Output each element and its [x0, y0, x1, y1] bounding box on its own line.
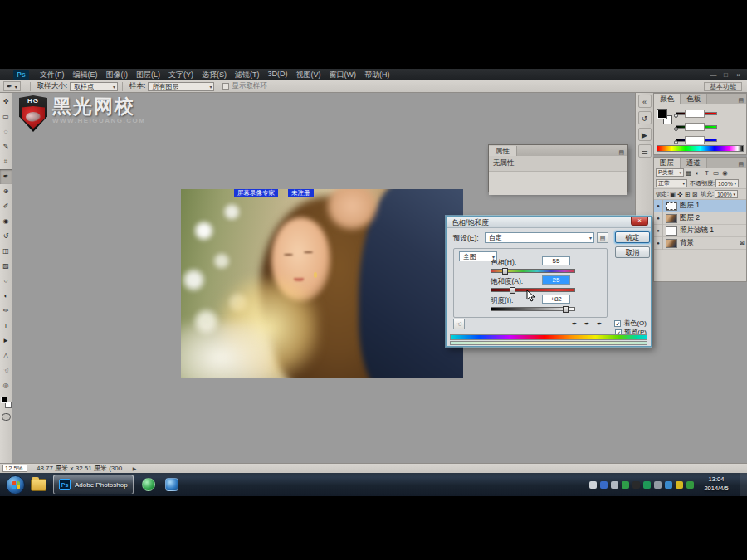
gradient-tool[interactable]: ▨	[0, 259, 12, 274]
tray-gray-app-icon[interactable]	[611, 481, 618, 489]
pen-tool[interactable]: ✑	[0, 304, 12, 319]
hue-slider[interactable]	[491, 269, 575, 273]
show-desktop-button[interactable]	[740, 473, 747, 496]
blue-slider-knob[interactable]	[674, 140, 678, 144]
tray-av-icon[interactable]	[686, 481, 694, 489]
eyedropper-add-icon[interactable]: ✒	[582, 320, 592, 329]
filter-adjustment-layers-icon[interactable]: ◐	[693, 169, 702, 177]
layer-filter-dropdown[interactable]: P类型 ▾	[656, 168, 684, 177]
lightness-slider-knob[interactable]	[563, 306, 569, 313]
workspace-switcher[interactable]: 基本功能	[704, 82, 742, 91]
menu-item[interactable]: 选择(S)	[198, 70, 231, 80]
ok-button[interactable]: 确定	[615, 231, 650, 243]
notes-panel-icon[interactable]: ☰	[638, 144, 652, 158]
lock-pixels-icon[interactable]: ✜	[676, 191, 684, 198]
foreground-background-swatches[interactable]	[657, 110, 672, 124]
preset-options-button[interactable]: ▤	[597, 232, 608, 243]
menu-item[interactable]: 视图(V)	[292, 70, 325, 80]
menu-item[interactable]: 帮助(H)	[360, 70, 394, 80]
fill-dropdown[interactable]: 100% ▾	[715, 190, 738, 198]
photoshop-task-button[interactable]: Ps Adobe Photoshop	[53, 475, 134, 494]
checkbox[interactable]	[222, 83, 229, 90]
layer-thumbnail[interactable]	[666, 214, 677, 223]
visibility-eye-icon[interactable]: ●	[654, 225, 663, 237]
tool-preset-picker[interactable]: ✒ ▾	[3, 81, 21, 91]
green-app-taskbar-icon[interactable]	[142, 478, 155, 491]
show-sampling-ring-option[interactable]: 显示取样环	[222, 81, 267, 91]
red-value-field[interactable]	[685, 110, 705, 118]
blur-tool[interactable]: ○	[0, 274, 12, 289]
explorer-taskbar-icon[interactable]	[31, 479, 46, 491]
colorize-checkbox[interactable]: ✓	[614, 320, 621, 327]
照片滤镜 1[interactable]: ● 照片滤镜 1 ⊠	[654, 225, 746, 237]
on-image-adjustment-tool[interactable]: ☜	[453, 319, 465, 329]
sample-size-dropdown[interactable]: 取样点 ▾	[70, 82, 118, 91]
tab-channels[interactable]: 通道	[681, 158, 707, 168]
visibility-eye-icon[interactable]: ●	[654, 200, 663, 212]
blue-value-field[interactable]	[685, 136, 705, 144]
tray-blue-app-icon[interactable]	[600, 481, 608, 489]
eyedropper-tool[interactable]: ✒	[0, 169, 12, 184]
history-brush-tool[interactable]: ↺	[0, 229, 12, 244]
hue-slider-knob[interactable]	[502, 268, 508, 275]
green-value-field[interactable]	[685, 123, 705, 131]
quick-selection-tool[interactable]: ✎	[0, 139, 12, 154]
color-spectrum-ramp[interactable]	[657, 145, 744, 152]
panel-menu-icon[interactable]: ▤	[738, 97, 746, 104]
layer-thumbnail[interactable]	[666, 239, 677, 248]
path-selection-tool[interactable]: ►	[0, 334, 12, 348]
preset-dropdown[interactable]: 自定 ▾	[485, 232, 594, 243]
photo-document[interactable]: 屏幕录像专家 未注册	[181, 189, 463, 378]
tab-layers[interactable]: 图层	[654, 158, 681, 168]
menu-item[interactable]: 3D(D)	[264, 70, 292, 80]
type-tool[interactable]: T	[0, 319, 12, 334]
collapse-panels-icon[interactable]: «	[638, 95, 652, 108]
panel-menu-icon[interactable]: ▤	[738, 161, 746, 168]
dodge-tool[interactable]: ◐	[0, 289, 12, 304]
blend-mode-dropdown[interactable]: 正常 ▾	[656, 179, 687, 187]
tab-properties[interactable]: 属性	[489, 146, 517, 156]
layer-thumbnail[interactable]	[666, 202, 677, 211]
tray-green-app-icon[interactable]	[622, 481, 629, 489]
colorize-option[interactable]: ✓ 着色(O)	[614, 319, 647, 328]
图层 1[interactable]: ● 图层 1 ⊠	[654, 200, 746, 212]
red-slider-knob[interactable]	[674, 114, 678, 118]
marquee-tool[interactable]: ▭	[0, 110, 12, 124]
menu-item[interactable]: 图像(I)	[102, 70, 133, 80]
panel-menu-icon[interactable]: ▤	[618, 149, 627, 156]
saturation-value-field[interactable]: 25	[542, 275, 570, 285]
cancel-button[interactable]: 取消	[615, 246, 650, 258]
tray-util-icon[interactable]	[654, 481, 662, 489]
tray-volume-icon[interactable]	[676, 481, 683, 489]
sample-dropdown[interactable]: 所有图层 ▾	[148, 82, 214, 91]
eraser-tool[interactable]: ◫	[0, 244, 12, 259]
menu-item[interactable]: 文件(F)	[36, 70, 69, 80]
visibility-eye-icon[interactable]: ●	[654, 237, 663, 250]
tray-dark-app-icon[interactable]	[632, 481, 640, 489]
lightness-slider[interactable]	[491, 307, 575, 311]
healing-brush-tool[interactable]: ⊕	[0, 184, 12, 199]
properties-panel-header[interactable]: 属性 ▤	[489, 145, 627, 156]
visibility-eye-icon[interactable]: ●	[654, 212, 663, 225]
dialog-close-button[interactable]: ×	[631, 217, 648, 226]
taskbar-clock[interactable]: 13:04 2014/4/5	[697, 475, 735, 493]
actions-panel-icon[interactable]: ▶	[638, 128, 652, 141]
eyedropper-sample-icon[interactable]: ✒	[569, 320, 579, 329]
menu-item[interactable]: 编辑(E)	[69, 70, 102, 80]
eyedropper-subtract-icon[interactable]: ✒	[594, 320, 604, 329]
tray-language-icon[interactable]	[589, 481, 597, 489]
lock-position-icon[interactable]: ⊞	[684, 191, 691, 198]
shape-tool[interactable]: △	[0, 348, 12, 363]
filter-type-layers-icon[interactable]: T	[702, 169, 711, 177]
lock-all-icon[interactable]: ⊠	[691, 191, 699, 198]
dialog-titlebar[interactable]: 色相/饱和度	[447, 217, 651, 228]
zoom-level-field[interactable]: 12.5%	[2, 465, 27, 472]
saturation-slider-knob[interactable]	[510, 287, 515, 294]
hue-value-field[interactable]: 55	[542, 256, 570, 265]
status-options-arrow[interactable]: ▶	[133, 465, 137, 471]
foreground-color-swatch[interactable]	[657, 110, 666, 119]
图层 2[interactable]: ● 图层 2 ⊠	[654, 212, 746, 225]
brush-tool[interactable]: ✐	[0, 199, 12, 214]
tray-network-icon[interactable]	[665, 481, 672, 489]
foreground-color-swatch[interactable]	[1, 397, 7, 403]
